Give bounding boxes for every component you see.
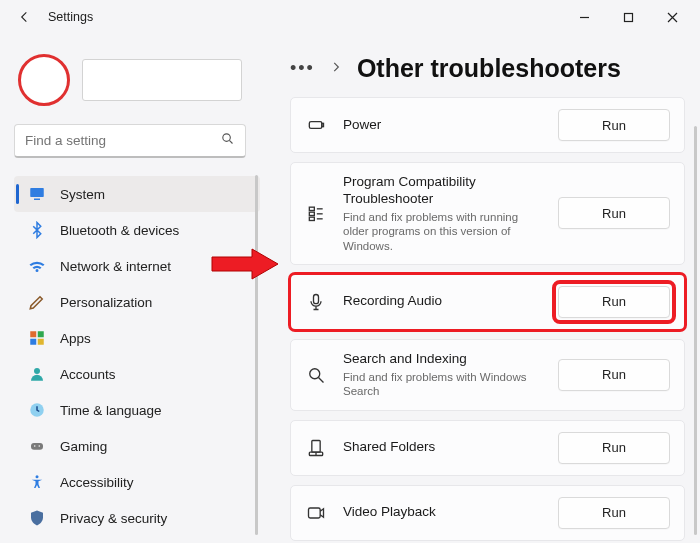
sidebar-item-accessibility[interactable]: Accessibility bbox=[14, 464, 260, 500]
svg-point-15 bbox=[36, 475, 39, 478]
troubleshooter-title: Shared Folders bbox=[343, 439, 542, 456]
sidebar: SystemBluetooth & devicesNetwork & inter… bbox=[0, 34, 260, 543]
svg-rect-8 bbox=[30, 339, 36, 345]
svg-point-25 bbox=[310, 368, 320, 378]
breadcrumb: ••• Other troubleshooters bbox=[290, 54, 690, 83]
svg-rect-7 bbox=[38, 331, 44, 337]
sidebar-item-accounts[interactable]: Accounts bbox=[14, 356, 260, 392]
troubleshooter-text: Video Playback bbox=[343, 504, 542, 521]
troubleshooter-recording-audio: Recording AudioRun bbox=[290, 274, 685, 330]
troubleshooter-sub: Find and fix problems with Windows Searc… bbox=[343, 370, 542, 399]
svg-rect-19 bbox=[309, 213, 314, 216]
svg-rect-5 bbox=[34, 199, 40, 201]
svg-rect-17 bbox=[322, 123, 324, 126]
sidebar-item-privacy[interactable]: Privacy & security bbox=[14, 500, 260, 536]
svg-rect-6 bbox=[30, 331, 36, 337]
svg-rect-18 bbox=[309, 208, 314, 211]
troubleshooter-title: Power bbox=[343, 117, 542, 134]
svg-rect-24 bbox=[314, 294, 319, 303]
main-scrollbar[interactable] bbox=[694, 126, 697, 535]
sidebar-item-gaming[interactable]: Gaming bbox=[14, 428, 260, 464]
search-icon bbox=[220, 131, 235, 150]
power-icon bbox=[305, 114, 327, 136]
settings-window: Settings SystemBluetooth & devicesNetwor… bbox=[0, 0, 700, 543]
svg-line-3 bbox=[229, 140, 232, 143]
troubleshooter-title: Program Compatibility Troubleshooter bbox=[343, 174, 542, 208]
troubleshooter-search-indexing: Search and IndexingFind and fix problems… bbox=[290, 339, 685, 411]
svg-point-13 bbox=[34, 445, 36, 447]
troubleshooter-title: Recording Audio bbox=[343, 293, 542, 310]
troubleshooter-list: PowerRunProgram Compatibility Troublesho… bbox=[290, 97, 685, 543]
search-indexing-icon bbox=[305, 364, 327, 386]
video-playback-icon bbox=[305, 502, 327, 524]
svg-rect-30 bbox=[309, 508, 321, 518]
sidebar-item-label: Accessibility bbox=[60, 475, 134, 490]
run-button[interactable]: Run bbox=[558, 109, 670, 141]
sidebar-item-label: Network & internet bbox=[60, 259, 171, 274]
run-button[interactable]: Run bbox=[558, 432, 670, 464]
maximize-button[interactable] bbox=[606, 0, 650, 34]
shared-folders-icon bbox=[305, 437, 327, 459]
sidebar-item-update[interactable]: Windows Update bbox=[14, 536, 260, 543]
sidebar-item-personalization[interactable]: Personalization bbox=[14, 284, 260, 320]
sidebar-item-label: Accounts bbox=[60, 367, 116, 382]
minimize-button[interactable] bbox=[562, 0, 606, 34]
troubleshooter-program-compat: Program Compatibility TroubleshooterFind… bbox=[290, 162, 685, 265]
nav-list: SystemBluetooth & devicesNetwork & inter… bbox=[14, 176, 260, 543]
svg-point-14 bbox=[39, 445, 41, 447]
program-compat-icon bbox=[305, 202, 327, 224]
sidebar-item-label: Gaming bbox=[60, 439, 107, 454]
troubleshooter-text: Recording Audio bbox=[343, 293, 542, 310]
troubleshooter-shared-folders: Shared FoldersRun bbox=[290, 420, 685, 476]
user-info-placeholder bbox=[82, 59, 242, 101]
troubleshooter-text: Search and IndexingFind and fix problems… bbox=[343, 351, 542, 399]
svg-point-10 bbox=[34, 368, 40, 374]
back-button[interactable] bbox=[12, 4, 38, 30]
avatar bbox=[18, 54, 70, 106]
main-panel: ••• Other troubleshooters PowerRunProgra… bbox=[260, 34, 700, 543]
sidebar-scrollbar[interactable] bbox=[255, 175, 258, 535]
annotation-arrow-icon bbox=[210, 247, 280, 281]
close-button[interactable] bbox=[650, 0, 694, 34]
sidebar-item-time[interactable]: Time & language bbox=[14, 392, 260, 428]
sidebar-item-label: Personalization bbox=[60, 295, 152, 310]
search-input[interactable] bbox=[14, 124, 246, 158]
recording-audio-icon bbox=[305, 291, 327, 313]
titlebar: Settings bbox=[0, 0, 700, 34]
svg-rect-1 bbox=[624, 13, 632, 21]
sidebar-item-label: Time & language bbox=[60, 403, 162, 418]
svg-line-26 bbox=[319, 377, 324, 382]
run-button[interactable]: Run bbox=[558, 359, 670, 391]
svg-rect-27 bbox=[312, 440, 320, 452]
breadcrumb-overflow-icon[interactable]: ••• bbox=[290, 58, 315, 79]
troubleshooter-sub: Find and fix problems with running older… bbox=[343, 210, 542, 253]
chevron-right-icon bbox=[329, 60, 343, 78]
svg-point-2 bbox=[223, 134, 231, 142]
sidebar-item-apps[interactable]: Apps bbox=[14, 320, 260, 356]
svg-rect-9 bbox=[38, 339, 44, 345]
troubleshooter-text: Program Compatibility TroubleshooterFind… bbox=[343, 174, 542, 253]
troubleshooter-text: Power bbox=[343, 117, 542, 134]
run-button[interactable]: Run bbox=[558, 497, 670, 529]
window-title: Settings bbox=[48, 10, 93, 24]
sidebar-item-system[interactable]: System bbox=[14, 176, 260, 212]
search-field[interactable] bbox=[25, 133, 220, 148]
sidebar-item-bluetooth[interactable]: Bluetooth & devices bbox=[14, 212, 260, 248]
svg-rect-4 bbox=[30, 188, 44, 197]
run-button[interactable]: Run bbox=[558, 286, 670, 318]
troubleshooter-video-playback: Video PlaybackRun bbox=[290, 485, 685, 541]
troubleshooter-title: Search and Indexing bbox=[343, 351, 542, 368]
svg-rect-20 bbox=[309, 218, 314, 221]
svg-rect-12 bbox=[31, 443, 43, 450]
sidebar-item-label: Privacy & security bbox=[60, 511, 167, 526]
sidebar-item-label: Bluetooth & devices bbox=[60, 223, 179, 238]
run-button[interactable]: Run bbox=[558, 197, 670, 229]
troubleshooter-power: PowerRun bbox=[290, 97, 685, 153]
sidebar-item-label: System bbox=[60, 187, 105, 202]
svg-rect-16 bbox=[309, 122, 322, 129]
troubleshooter-text: Shared Folders bbox=[343, 439, 542, 456]
user-block[interactable] bbox=[14, 48, 260, 124]
window-controls bbox=[562, 0, 694, 34]
sidebar-item-label: Apps bbox=[60, 331, 91, 346]
page-title: Other troubleshooters bbox=[357, 54, 621, 83]
